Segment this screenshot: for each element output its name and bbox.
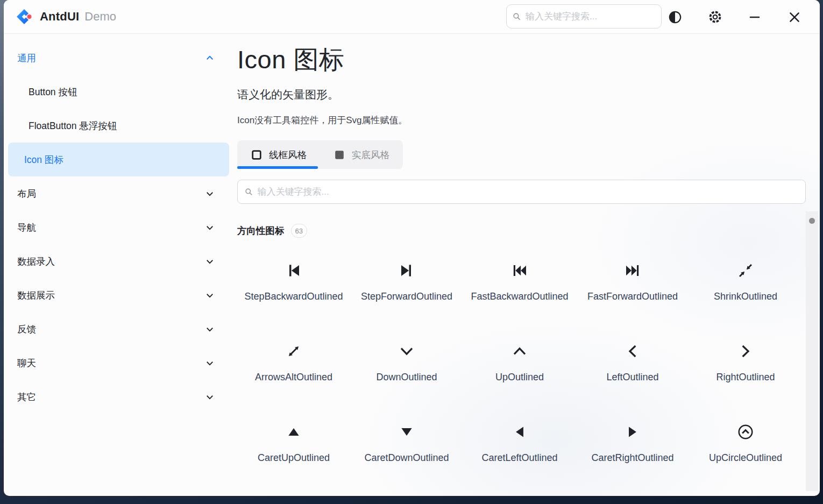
caret-right-icon bbox=[623, 423, 642, 441]
icon-cell-ArrowsAltOutlined[interactable]: ArrowsAltOutlined bbox=[237, 320, 350, 400]
sidebar-group-label: 导航 bbox=[17, 221, 205, 234]
icon-cell-UpOutlined[interactable]: UpOutlined bbox=[463, 320, 576, 400]
right-icon bbox=[736, 342, 755, 360]
sidebar-group-label: 其它 bbox=[17, 391, 205, 403]
minimize-button[interactable] bbox=[735, 0, 775, 34]
sidebar-group-label: 反馈 bbox=[17, 323, 205, 336]
app-subtitle: Demo bbox=[84, 10, 116, 24]
close-button[interactable] bbox=[775, 0, 814, 34]
chevron-down-icon bbox=[205, 223, 215, 232]
app-window: AntdUI Demo bbox=[4, 0, 820, 496]
arrows-alt-icon bbox=[285, 342, 303, 360]
icon-cell-UpCircleOutlined[interactable]: UpCircleOutlined bbox=[689, 400, 802, 481]
icon-cell-CaretDownOutlined[interactable]: CaretDownOutlined bbox=[350, 400, 463, 481]
tab-label: 实底风格 bbox=[352, 148, 389, 161]
fast-forward-icon bbox=[623, 261, 642, 280]
icon-label: UpOutlined bbox=[495, 372, 544, 383]
chevron-down-icon bbox=[205, 324, 215, 334]
chevron-down-icon bbox=[205, 358, 215, 368]
down-icon bbox=[398, 342, 416, 360]
chevron-down-icon bbox=[205, 189, 215, 198]
icon-search[interactable] bbox=[237, 180, 806, 204]
sidebar-item-button[interactable]: Button 按钮 bbox=[8, 75, 229, 109]
sidebar-group-0[interactable]: 通用 bbox=[4, 41, 232, 75]
chevron-down-icon bbox=[205, 257, 215, 266]
icon-label: StepForwardOutlined bbox=[361, 291, 452, 302]
icon-grid: StepBackwardOutlinedStepForwardOutlinedF… bbox=[237, 239, 811, 481]
icon-label: ArrowsAltOutlined bbox=[255, 372, 332, 383]
chevron-up-icon bbox=[205, 53, 215, 63]
icon-cell-LeftOutlined[interactable]: LeftOutlined bbox=[576, 320, 689, 400]
icon-cell-DownOutlined[interactable]: DownOutlined bbox=[350, 320, 463, 400]
icon-label: DownOutlined bbox=[376, 372, 437, 383]
up-circle-icon bbox=[736, 423, 755, 441]
up-icon bbox=[510, 342, 529, 360]
sidebar-item-label: Icon 图标 bbox=[24, 153, 63, 166]
icon-cell-ShrinkOutlined[interactable]: ShrinkOutlined bbox=[689, 239, 802, 320]
icon-label: ShrinkOutlined bbox=[714, 291, 777, 302]
sidebar-group-7[interactable]: 其它 bbox=[4, 380, 232, 414]
icon-cell-FastBackwardOutlined[interactable]: FastBackwardOutlined bbox=[463, 239, 576, 320]
chevron-down-icon bbox=[205, 290, 215, 300]
icon-cell-CaretLeftOutlined[interactable]: CaretLeftOutlined bbox=[463, 400, 576, 481]
sidebar-group-label: 数据展示 bbox=[17, 289, 205, 302]
sidebar-group-1[interactable]: 布局 bbox=[4, 176, 232, 210]
icon-label: CaretLeftOutlined bbox=[481, 452, 557, 464]
chevron-down-icon bbox=[205, 392, 215, 402]
icon-cell-StepBackwardOutlined[interactable]: StepBackwardOutlined bbox=[237, 239, 350, 320]
icon-label: FastBackwardOutlined bbox=[471, 291, 568, 302]
gear-icon bbox=[708, 10, 722, 24]
app-logo-icon bbox=[16, 8, 33, 25]
style-tabbar: 线框风格实底风格 bbox=[237, 140, 403, 169]
close-icon bbox=[787, 10, 801, 24]
icon-cell-CaretRightOutlined[interactable]: CaretRightOutlined bbox=[576, 400, 689, 481]
app-title: AntdUI bbox=[40, 10, 79, 24]
square-filled-icon bbox=[334, 149, 345, 161]
sidebar-group-5[interactable]: 反馈 bbox=[4, 312, 232, 346]
caret-down-icon bbox=[398, 423, 416, 441]
sidebar-group-label: 聊天 bbox=[17, 357, 205, 370]
tab-label: 线框风格 bbox=[269, 148, 307, 161]
icon-cell-FastForwardOutlined[interactable]: FastForwardOutlined bbox=[576, 239, 689, 320]
search-icon bbox=[244, 187, 253, 196]
icon-cell-RightOutlined[interactable]: RightOutlined bbox=[689, 320, 802, 400]
icon-label: UpCircleOutlined bbox=[709, 452, 782, 464]
sidebar-group-label: 通用 bbox=[17, 52, 205, 65]
icon-label: StepBackwardOutlined bbox=[244, 291, 343, 302]
section-count-badge: 63 bbox=[291, 224, 307, 238]
titlebar-search[interactable] bbox=[506, 4, 662, 29]
settings-button[interactable] bbox=[695, 0, 735, 34]
scrollbar-thumb[interactable] bbox=[809, 218, 815, 224]
icon-search-input[interactable] bbox=[258, 187, 799, 197]
tab-outlined-style[interactable]: 线框风格 bbox=[237, 140, 320, 169]
sidebar-group-2[interactable]: 导航 bbox=[4, 210, 232, 244]
sidebar-item-label: Button 按钮 bbox=[29, 86, 77, 98]
step-backward-icon bbox=[285, 261, 303, 280]
sidebar-group-3[interactable]: 数据录入 bbox=[4, 244, 232, 278]
section-title: 方向性图标 bbox=[237, 224, 285, 237]
sidebar-group-label: 数据录入 bbox=[17, 255, 205, 268]
titlebar-search-input[interactable] bbox=[526, 11, 656, 22]
sidebar: 通用Button 按钮FloatButton 悬浮按钮Icon 图标布局导航数据… bbox=[4, 34, 232, 496]
sidebar-item-icon[interactable]: Icon 图标 bbox=[8, 143, 229, 176]
icon-label: CaretDownOutlined bbox=[364, 452, 449, 464]
section-header: 方向性图标 63 bbox=[237, 224, 811, 238]
icon-cell-StepForwardOutlined[interactable]: StepForwardOutlined bbox=[350, 239, 463, 320]
icon-label: RightOutlined bbox=[716, 372, 775, 383]
icon-label: LeftOutlined bbox=[606, 372, 658, 383]
sidebar-group-6[interactable]: 聊天 bbox=[4, 346, 232, 380]
theme-toggle-button[interactable] bbox=[655, 0, 695, 34]
titlebar: AntdUI Demo bbox=[4, 0, 820, 34]
square-outline-icon bbox=[251, 149, 262, 161]
sidebar-group-4[interactable]: 数据展示 bbox=[4, 278, 232, 312]
left-icon bbox=[623, 342, 642, 360]
search-icon bbox=[512, 12, 521, 21]
step-forward-icon bbox=[398, 261, 416, 280]
icon-label: FastForwardOutlined bbox=[587, 291, 678, 302]
tab-filled-style[interactable]: 实底风格 bbox=[320, 140, 403, 169]
main-content: Icon 图标 语义化的矢量图形。 Icon没有工具箱控件，用于Svg属性赋值。… bbox=[233, 34, 820, 496]
caret-up-icon bbox=[285, 423, 303, 441]
sidebar-item-floatbutton[interactable]: FloatButton 悬浮按钮 bbox=[8, 109, 229, 143]
icon-cell-CaretUpOutlined[interactable]: CaretUpOutlined bbox=[237, 400, 350, 481]
scrollbar-track[interactable] bbox=[806, 211, 818, 491]
